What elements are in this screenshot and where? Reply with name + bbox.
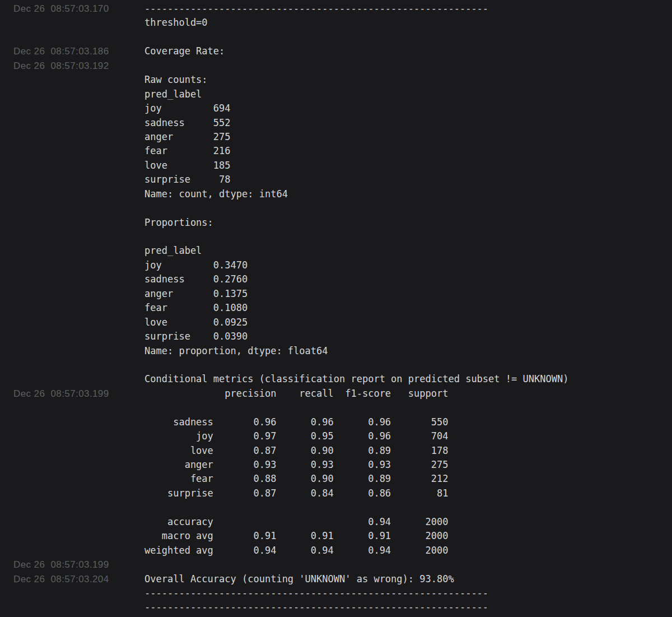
log-line: love 185 <box>0 159 672 173</box>
log-text: joy 694 <box>144 101 231 115</box>
log-text: surprise 0.0390 <box>144 330 248 344</box>
terminal-log-viewer: Dec 26 08:57:03.170---------------------… <box>0 0 672 617</box>
log-line: Proportions: <box>0 216 672 230</box>
log-line: anger 275 <box>0 130 672 144</box>
log-text: sadness 0.96 0.96 0.96 550 <box>144 415 448 429</box>
log-text: joy 0.3470 <box>144 258 248 272</box>
log-text: sadness 0.2760 <box>144 272 248 286</box>
log-line: accuracy 0.94 2000 <box>0 515 672 529</box>
log-line: threshold=0 <box>0 16 672 30</box>
log-line: anger 0.93 0.93 0.93 275 <box>0 458 672 472</box>
log-line: Dec 26 08:57:03.192 <box>0 59 672 73</box>
log-line: ----------------------------------------… <box>0 586 672 600</box>
log-line: Name: count, dtype: int64 <box>0 187 672 201</box>
timestamp: Dec 26 08:57:03.199 <box>13 387 109 401</box>
log-text: surprise 78 <box>144 173 231 187</box>
log-line: surprise 78 <box>0 173 672 187</box>
log-text: anger 275 <box>144 130 231 144</box>
log-text: Name: proportion, dtype: float64 <box>144 344 328 358</box>
log-line: Dec 26 08:57:03.186Coverage Rate: <box>0 44 672 58</box>
log-line: sadness 552 <box>0 116 672 130</box>
timestamp: Dec 26 08:57:03.199 <box>13 558 109 572</box>
timestamp: Dec 26 08:57:03.186 <box>13 44 109 58</box>
log-text: anger 0.1375 <box>144 287 248 301</box>
log-line: Conditional metrics (classification repo… <box>0 372 672 386</box>
log-text: love 0.0925 <box>144 316 248 330</box>
log-line <box>0 401 672 415</box>
log-line: ----------------------------------------… <box>0 600 672 614</box>
log-line: fear 0.1080 <box>0 301 672 315</box>
log-line: Dec 26 08:57:03.204Overall Accuracy (cou… <box>0 572 672 586</box>
log-line: anger 0.1375 <box>0 287 672 301</box>
log-line: Dec 26 08:57:03.199 precision recall f1-… <box>0 387 672 401</box>
log-line: joy 0.3470 <box>0 258 672 272</box>
log-line: Dec 26 08:57:03.199 <box>0 558 672 572</box>
timestamp: Dec 26 08:57:03.192 <box>13 59 109 73</box>
timestamp: Dec 26 08:57:03.204 <box>13 572 109 586</box>
log-line: love 0.87 0.90 0.89 178 <box>0 444 672 458</box>
log-text: macro avg 0.91 0.91 0.91 2000 <box>144 529 448 543</box>
log-line: surprise 0.0390 <box>0 330 672 344</box>
log-line: surprise 0.87 0.84 0.86 81 <box>0 486 672 500</box>
log-text: Conditional metrics (classification repo… <box>144 372 568 386</box>
timestamp: Dec 26 08:57:03.170 <box>13 2 109 16</box>
log-line <box>0 30 672 44</box>
log-line: fear 216 <box>0 144 672 158</box>
log-line: joy 694 <box>0 101 672 115</box>
log-line: weighted avg 0.94 0.94 0.94 2000 <box>0 544 672 558</box>
log-line: pred_label <box>0 244 672 258</box>
log-text: ----------------------------------------… <box>144 600 488 614</box>
log-line: Raw counts: <box>0 73 672 87</box>
log-text: threshold=0 <box>144 16 208 30</box>
log-text: fear 0.1080 <box>144 301 248 315</box>
log-text: Name: count, dtype: int64 <box>144 187 288 201</box>
log-line: Dec 26 08:57:03.170---------------------… <box>0 2 672 16</box>
log-text: surprise 0.87 0.84 0.86 81 <box>144 486 448 500</box>
log-line: sadness 0.96 0.96 0.96 550 <box>0 415 672 429</box>
log-text: Coverage Rate: <box>144 44 225 58</box>
log-line <box>0 201 672 215</box>
log-text: Overall Accuracy (counting 'UNKNOWN' as … <box>144 572 454 586</box>
log-line: fear 0.88 0.90 0.89 212 <box>0 472 672 486</box>
log-line: sadness 0.2760 <box>0 272 672 286</box>
log-line: joy 0.97 0.95 0.96 704 <box>0 429 672 443</box>
log-line: pred_label <box>0 87 672 101</box>
log-output: Dec 26 08:57:03.170---------------------… <box>0 0 672 615</box>
log-text: Raw counts: <box>144 73 208 87</box>
log-line: love 0.0925 <box>0 316 672 330</box>
log-text: joy 0.97 0.95 0.96 704 <box>144 429 448 443</box>
log-text: sadness 552 <box>144 116 231 130</box>
log-text: fear 216 <box>144 144 231 158</box>
log-text: weighted avg 0.94 0.94 0.94 2000 <box>144 544 448 558</box>
log-text: pred_label <box>144 244 202 258</box>
log-line: macro avg 0.91 0.91 0.91 2000 <box>0 529 672 543</box>
log-text: precision recall f1-score support <box>144 387 448 401</box>
log-line <box>0 500 672 514</box>
log-text: pred_label <box>144 87 202 101</box>
log-text: ----------------------------------------… <box>144 586 488 600</box>
log-text: fear 0.88 0.90 0.89 212 <box>144 472 448 486</box>
log-line: Name: proportion, dtype: float64 <box>0 344 672 358</box>
log-line <box>0 230 672 244</box>
log-text: love 185 <box>144 159 231 173</box>
log-text: love 0.87 0.90 0.89 178 <box>144 444 448 458</box>
log-text: anger 0.93 0.93 0.93 275 <box>144 458 448 472</box>
log-line <box>0 358 672 372</box>
log-text: Proportions: <box>144 216 213 230</box>
log-text: ----------------------------------------… <box>144 2 488 16</box>
log-text: accuracy 0.94 2000 <box>144 515 448 529</box>
